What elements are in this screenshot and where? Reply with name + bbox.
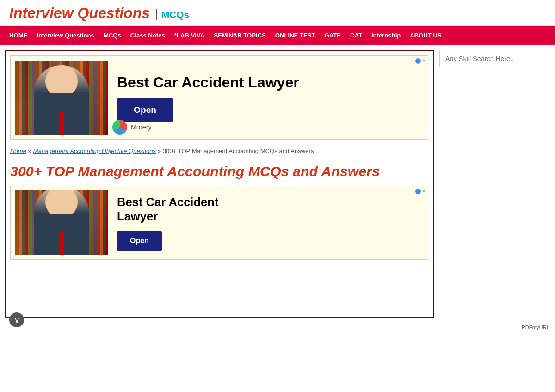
nav-gate[interactable]: GATE bbox=[320, 26, 345, 45]
site-title-pipe: | bbox=[152, 7, 161, 20]
nav-internship[interactable]: Internship bbox=[367, 26, 405, 45]
ad-text-first: Best Car Accident Lawyer Open bbox=[117, 74, 423, 122]
breadcrumb-sep1: » bbox=[28, 147, 31, 154]
ad-open-button-second[interactable]: Open bbox=[117, 231, 162, 251]
ad-icon bbox=[415, 58, 421, 64]
nav-lab-viva[interactable]: *LAB VIVA bbox=[170, 26, 209, 45]
ad-icon-second bbox=[415, 189, 421, 194]
main-content: ✕ Best Car Accident Lawyer Open Morery bbox=[5, 50, 434, 318]
ad-person-body bbox=[34, 93, 89, 135]
nav-interview-questions[interactable]: Interview Questions bbox=[32, 26, 99, 45]
ad-label-first: ✕ bbox=[415, 58, 426, 64]
nav-class-notes[interactable]: Class Notes bbox=[126, 26, 170, 45]
ad-label-second: ✕ bbox=[415, 188, 426, 194]
ad-banner-second: ✕ Best Car AccidentLawyer Open bbox=[10, 186, 428, 260]
breadcrumb-sep2: » bbox=[158, 147, 161, 154]
ad-person-tie-second bbox=[59, 232, 64, 255]
ad-close-second[interactable]: ✕ bbox=[422, 188, 426, 194]
nav-mcqs[interactable]: MCQs bbox=[99, 26, 126, 45]
morery-brand-name: Morery bbox=[131, 123, 152, 131]
breadcrumb: Home » Management Accounting Objective Q… bbox=[10, 146, 428, 156]
site-header: Interview Questions | MCQs bbox=[0, 0, 555, 26]
site-title[interactable]: Interview Questions bbox=[9, 5, 150, 21]
ad-person-tie bbox=[59, 111, 64, 135]
nav-home[interactable]: HOME bbox=[5, 26, 32, 45]
main-nav: HOME Interview Questions MCQs Class Note… bbox=[0, 26, 555, 45]
ad-headline-first: Best Car Accident Lawyer bbox=[117, 74, 423, 91]
breadcrumb-home[interactable]: Home bbox=[10, 147, 26, 154]
morery-logo bbox=[112, 120, 127, 135]
nav-seminar-topics[interactable]: SEMINAR TOPICS bbox=[209, 26, 271, 45]
ad-person-figure bbox=[34, 65, 89, 135]
ad-branding-first: Morery bbox=[112, 116, 152, 135]
ad-image-first bbox=[15, 61, 108, 135]
ad-text-second: Best Car AccidentLawyer Open bbox=[117, 195, 423, 250]
ad-close-first[interactable]: ✕ bbox=[422, 58, 426, 64]
nav-cat[interactable]: CAT bbox=[345, 26, 367, 45]
content-wrapper: ✕ Best Car Accident Lawyer Open Morery bbox=[0, 45, 555, 323]
pdfmyurl-text: PDFmyURL bbox=[522, 325, 549, 330]
footer-watermark: PDFmyURL bbox=[0, 323, 555, 332]
site-title-mcqs: MCQs bbox=[161, 9, 189, 20]
ad-headline-second: Best Car AccidentLawyer bbox=[117, 195, 423, 223]
scroll-down-button[interactable]: ∨ bbox=[9, 312, 24, 327]
ad-image-second bbox=[15, 190, 108, 255]
nav-about-us[interactable]: ABOUT US bbox=[405, 26, 446, 45]
ad-person-figure-second bbox=[34, 190, 89, 255]
page-title: 300+ TOP Management Accounting MCQs and … bbox=[10, 163, 428, 179]
sidebar bbox=[439, 50, 550, 318]
ad-banner-first: ✕ Best Car Accident Lawyer Open Morery bbox=[10, 55, 428, 140]
search-input[interactable] bbox=[439, 50, 550, 67]
breadcrumb-current: 300+ TOP Management Accounting MCQs and … bbox=[163, 147, 314, 154]
breadcrumb-category[interactable]: Management Accounting Objective Question… bbox=[33, 147, 156, 154]
ad-person-body-second bbox=[34, 214, 89, 255]
nav-online-test[interactable]: ONLINE TEST bbox=[271, 26, 320, 45]
